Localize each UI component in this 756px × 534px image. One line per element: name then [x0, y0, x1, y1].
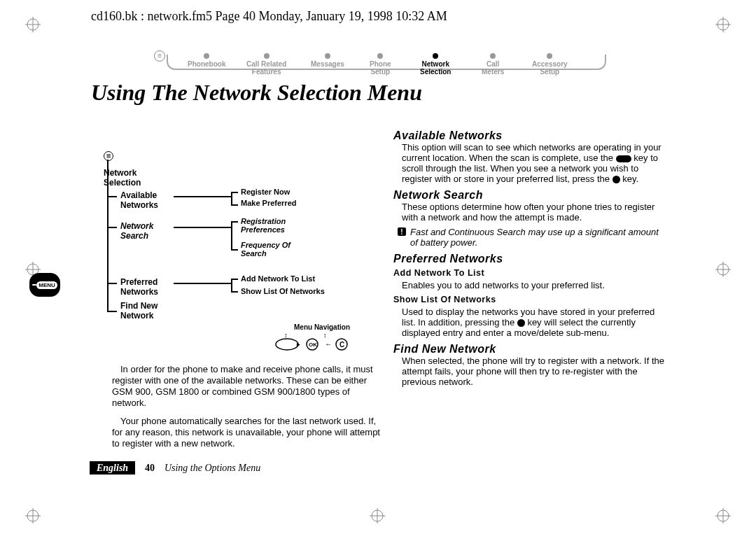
nav-key-glyphs: ↕ ▸ OK ↕ ← C — [274, 333, 358, 354]
svg-text:▸: ▸ — [296, 341, 300, 348]
footer-section: Using the Options Menu — [164, 463, 260, 473]
tree-frequency-of-search: Frequency Of Search — [241, 241, 304, 258]
tree-show-list-of-networks: Show List Of Networks — [241, 287, 325, 295]
crop-mark-icon — [25, 17, 41, 32]
svg-text:↕: ↕ — [284, 333, 288, 339]
svg-text:OK: OK — [309, 342, 317, 348]
subheading-add-network: Add Network To List — [393, 268, 665, 279]
crop-mark-icon — [25, 508, 41, 524]
tree-make-preferred: Make Preferred — [241, 199, 297, 207]
tree-available-networks: Available Networks — [120, 190, 176, 210]
nav-network-selection: NetworkSelection — [420, 49, 451, 76]
select-key-icon — [517, 319, 525, 327]
tree-add-network-to-list: Add Network To List — [241, 274, 315, 283]
breadcrumb-nav: ☰ Phonebook Call RelatedFeatures Message… — [154, 49, 602, 74]
svg-text:←: ← — [325, 340, 332, 348]
footer-language: English — [90, 461, 135, 475]
menu-icon: ☰ — [154, 50, 165, 62]
nav-phonebook: Phonebook — [188, 49, 225, 68]
tree-register-now: Register Now — [241, 188, 290, 196]
scroll-key-icon — [616, 155, 631, 162]
para-add-network: Enables you to add networks to your pref… — [393, 280, 665, 290]
crop-mark-icon — [715, 262, 731, 277]
subheading-show-list: Show List Of Networks — [393, 295, 665, 305]
print-header: cd160.bk : network.fm5 Page 40 Monday, J… — [91, 9, 447, 24]
nav-call-related: Call RelatedFeatures — [246, 49, 286, 76]
crop-mark-icon — [370, 508, 385, 524]
nav-call-meters: CallMeters — [482, 49, 504, 76]
menu-root-icon: ☰ — [104, 151, 113, 161]
svg-point-21 — [276, 339, 298, 350]
heading-find-new-network: Find New Network — [393, 344, 665, 354]
tree-preferred-networks: Preferred Networks — [120, 277, 176, 297]
footer-page-number: 40 — [145, 463, 155, 473]
note-battery: Fast and Continuous Search may use up a … — [393, 227, 665, 248]
tree-caption: Menu Navigation — [294, 323, 350, 331]
svg-text:↕: ↕ — [323, 333, 327, 339]
para-show-list: Used to display the networks you have st… — [393, 307, 665, 338]
crop-mark-icon — [715, 17, 731, 32]
page-title: Using The Network Selection Menu — [91, 80, 422, 106]
para-available: This option will scan to see which netwo… — [393, 142, 665, 184]
tree-network-search: Network Search — [120, 221, 176, 241]
crop-mark-icon — [715, 508, 731, 524]
heading-available-networks: Available Networks — [393, 130, 665, 141]
page-footer: English 40 Using the Options Menu — [90, 462, 260, 474]
content-column: Available Networks This option will scan… — [393, 125, 665, 391]
intro-text: In order for the phone to make and recei… — [112, 364, 381, 456]
para-find-new: When selected, the phone will try to reg… — [393, 356, 665, 387]
heading-preferred-networks: Preferred Networks — [393, 253, 665, 264]
tree-find-new-network: Find New Network — [120, 301, 176, 321]
menu-tab-icon: MENU — [29, 273, 60, 297]
nav-messages: Messages — [311, 49, 344, 68]
nav-phone-setup: PhoneSetup — [370, 49, 391, 76]
para-search: These options determine how often your p… — [393, 202, 665, 223]
tree-root-label: Network Selection — [104, 168, 160, 188]
nav-accessory-setup: AccessorySetup — [532, 49, 568, 76]
heading-network-search: Network Search — [393, 190, 665, 200]
svg-text:C: C — [340, 341, 344, 349]
tree-registration-prefs: Registration Preferences — [241, 217, 304, 234]
select-key-icon — [612, 176, 620, 183]
